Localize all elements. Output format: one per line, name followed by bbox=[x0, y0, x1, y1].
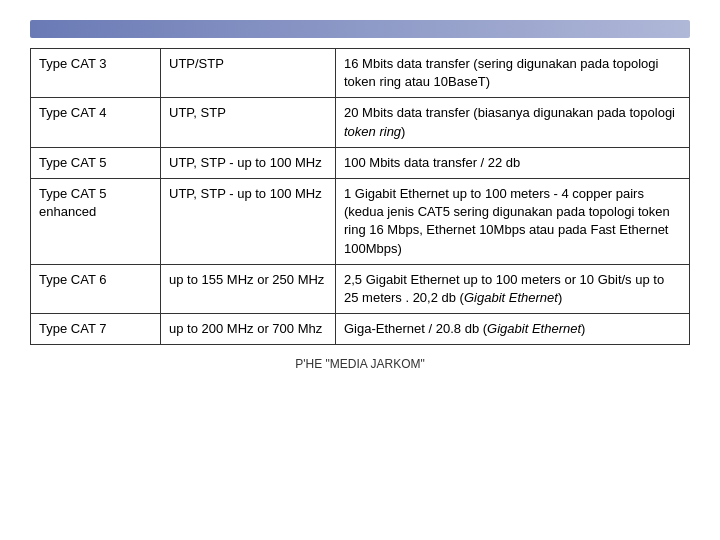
cat6-desc-italic: Gigabit Ethernet bbox=[464, 290, 558, 305]
cat3-type: Type CAT 3 bbox=[31, 49, 161, 98]
cat6-description: 2,5 Gigabit Ethernet up to 100 meters or… bbox=[336, 264, 690, 313]
cable-types-table: Type CAT 3 UTP/STP 16 Mbits data transfe… bbox=[30, 48, 690, 345]
cat5-connector: UTP, STP - up to 100 MHz bbox=[161, 147, 336, 178]
cat5e-type-line1: Type CAT 5 bbox=[39, 186, 106, 201]
table-row: Type CAT 5 UTP, STP - up to 100 MHz 100 … bbox=[31, 147, 690, 178]
cat5e-description: 1 Gigabit Ethernet up to 100 meters - 4 … bbox=[336, 178, 690, 264]
cat7-description: Giga-Ethernet / 20.8 db (Gigabit Etherne… bbox=[336, 314, 690, 345]
table-row: Type CAT 4 UTP, STP 20 Mbits data transf… bbox=[31, 98, 690, 147]
cat5-description: 100 Mbits data transfer / 22 db bbox=[336, 147, 690, 178]
cat3-connector: UTP/STP bbox=[161, 49, 336, 98]
cat4-type: Type CAT 4 bbox=[31, 98, 161, 147]
cat7-connector: up to 200 MHz or 700 Mhz bbox=[161, 314, 336, 345]
footer-text: P'HE "MEDIA JARKOM" bbox=[295, 357, 425, 371]
cat4-desc-text2: ) bbox=[401, 124, 405, 139]
cat5-type: Type CAT 5 bbox=[31, 147, 161, 178]
cat7-desc-text1: Giga-Ethernet / 20.8 db ( bbox=[344, 321, 487, 336]
cat5e-connector: UTP, STP - up to 100 MHz bbox=[161, 178, 336, 264]
cat6-type: Type CAT 6 bbox=[31, 264, 161, 313]
cat4-desc-italic: token ring bbox=[344, 124, 401, 139]
cat7-type: Type CAT 7 bbox=[31, 314, 161, 345]
cat3-description: 16 Mbits data transfer (sering digunakan… bbox=[336, 49, 690, 98]
table-row: Type CAT 6 up to 155 MHz or 250 MHz 2,5 … bbox=[31, 264, 690, 313]
cat7-desc-text2: ) bbox=[581, 321, 585, 336]
cat4-description: 20 Mbits data transfer (biasanya digunak… bbox=[336, 98, 690, 147]
cat6-connector: up to 155 MHz or 250 MHz bbox=[161, 264, 336, 313]
cat6-desc-text2: ) bbox=[558, 290, 562, 305]
table-row: Type CAT 5 enhanced UTP, STP - up to 100… bbox=[31, 178, 690, 264]
table-row: Type CAT 3 UTP/STP 16 Mbits data transfe… bbox=[31, 49, 690, 98]
header-bar bbox=[30, 20, 690, 38]
table-row: Type CAT 7 up to 200 MHz or 700 Mhz Giga… bbox=[31, 314, 690, 345]
cat4-connector: UTP, STP bbox=[161, 98, 336, 147]
cat5e-type: Type CAT 5 enhanced bbox=[31, 178, 161, 264]
cat7-desc-italic: Gigabit Ethernet bbox=[487, 321, 581, 336]
cat4-desc-text1: 20 Mbits data transfer (biasanya digunak… bbox=[344, 105, 675, 120]
cat5e-type-line2: enhanced bbox=[39, 204, 96, 219]
